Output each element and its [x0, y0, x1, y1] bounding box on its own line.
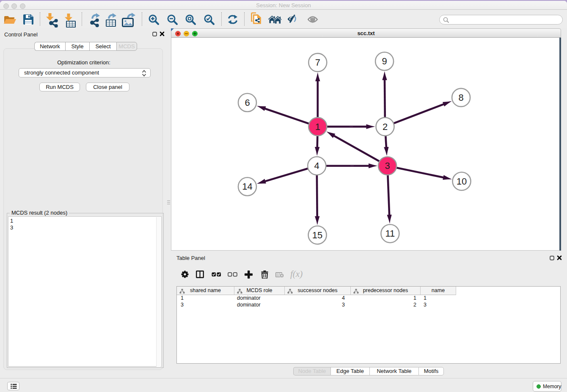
svg-text:3: 3: [385, 160, 390, 171]
svg-text:14: 14: [242, 181, 252, 192]
svg-text:11: 11: [385, 228, 395, 239]
svg-text:2: 2: [383, 121, 388, 132]
svg-text:10: 10: [457, 176, 467, 187]
svg-text:9: 9: [382, 56, 387, 66]
svg-text:6: 6: [245, 97, 250, 108]
svg-text:8: 8: [458, 92, 463, 103]
svg-text:7: 7: [315, 57, 320, 68]
svg-text:15: 15: [312, 230, 322, 240]
svg-text:4: 4: [314, 160, 319, 171]
svg-text:1: 1: [315, 121, 320, 132]
